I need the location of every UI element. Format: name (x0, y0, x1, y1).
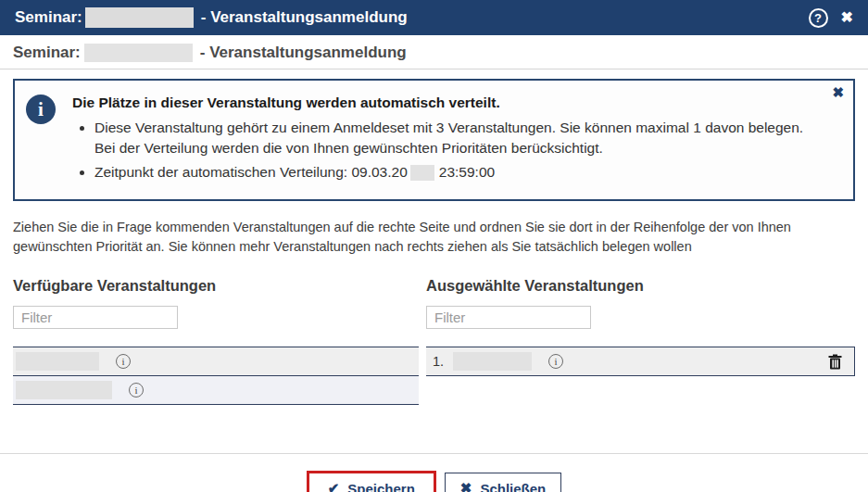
close-icon[interactable]: ✖ (841, 10, 853, 25)
info-alert: ✖ i Die Plätze in dieser Veranstaltung w… (13, 79, 855, 201)
modal-title-prefix: Seminar: (15, 8, 82, 27)
modal-title: Seminar: - Veranstaltungsanmeldung (15, 7, 809, 28)
help-icon[interactable]: ? (809, 8, 828, 28)
redacted-seminar-name (84, 44, 193, 62)
alert-title: Die Plätze in dieser Veranstaltung werde… (72, 93, 803, 111)
redacted-seminar-name (85, 7, 194, 28)
save-button[interactable]: ✔ Speichern (307, 471, 436, 492)
available-events-column: Verfügbare Veranstaltungen i i (13, 277, 419, 405)
close-button[interactable]: ✖ Schließen (445, 473, 561, 492)
available-events-list: i i (13, 347, 419, 405)
selected-events-column: Ausgewählte Veranstaltungen 1. i (426, 277, 855, 405)
info-icon: i (26, 95, 56, 124)
alert-bullet-line2: Bei der Verteilung werden die von Ihnen … (94, 140, 603, 156)
available-event-row[interactable]: i (13, 347, 419, 376)
page-title-suffix: - Veranstaltungsanmeldung (200, 44, 407, 62)
alert-bullet-anmeldeset: Diese Veranstaltung gehört zu einem Anme… (94, 118, 803, 158)
modal-titlebar: Seminar: - Veranstaltungsanmeldung ? ✖ (0, 0, 868, 35)
delete-icon[interactable] (828, 354, 842, 370)
x-icon: ✖ (460, 480, 472, 492)
alert-bullet-list: Diese Veranstaltung gehört zu einem Anme… (72, 118, 803, 183)
redacted-event-name (16, 352, 99, 371)
check-icon: ✔ (328, 480, 340, 492)
footer-divider (0, 453, 868, 454)
alert-bullet-line1: Diese Veranstaltung gehört zu einem Anme… (94, 120, 803, 135)
close-button-label: Schließen (480, 481, 546, 492)
selected-event-row[interactable]: 1. i (426, 347, 854, 376)
redacted-event-name (453, 352, 532, 371)
available-filter-input[interactable] (13, 306, 178, 329)
page-title: Seminar: - Veranstaltungsanmeldung (0, 35, 868, 69)
page-title-prefix: Seminar: (13, 44, 81, 62)
priority-number: 1. (433, 354, 444, 369)
drag-instructions: Ziehen Sie die in Frage kommenden Verans… (13, 218, 851, 257)
redacted-year (410, 165, 434, 181)
redacted-event-name (16, 381, 112, 399)
footer-buttons: ✔ Speichern ✖ Schließen (0, 471, 868, 492)
alert-time: 23:59:00 (439, 164, 495, 180)
selected-filter-input[interactable] (426, 306, 591, 329)
alert-close-icon[interactable]: ✖ (832, 85, 844, 99)
available-events-header: Verfügbare Veranstaltungen (13, 277, 419, 295)
save-button-label: Speichern (347, 481, 415, 492)
available-event-row[interactable]: i (13, 376, 419, 405)
alert-date-prefix: Zeitpunkt der automatischen Verteilung: … (94, 164, 408, 180)
selected-events-header: Ausgewählte Veranstaltungen (426, 277, 855, 295)
event-info-icon[interactable]: i (129, 383, 144, 397)
event-info-icon[interactable]: i (116, 354, 131, 369)
selected-events-list: 1. i (426, 347, 855, 376)
modal-title-suffix: - Veranstaltungsanmeldung (201, 8, 408, 27)
alert-bullet-zeitpunkt: Zeitpunkt der automatischen Verteilung: … (94, 162, 803, 183)
event-info-icon[interactable]: i (548, 354, 563, 369)
event-columns: Verfügbare Veranstaltungen i i Ausgewähl… (13, 277, 855, 405)
